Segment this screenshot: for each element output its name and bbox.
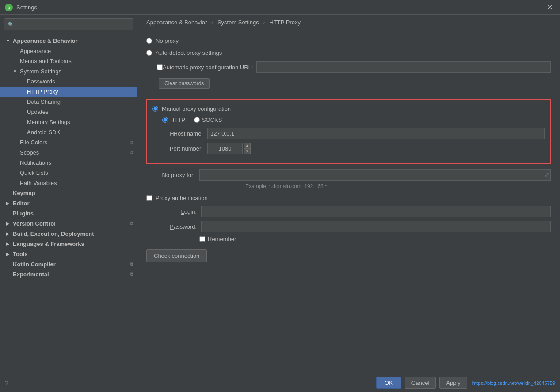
sidebar-item-label: Passwords xyxy=(27,78,55,85)
sidebar-item-label: Editor xyxy=(13,200,30,207)
expand-arrow: ▶ xyxy=(6,241,11,246)
sidebar-item-plugins[interactable]: Plugins xyxy=(0,208,137,219)
host-name-label: HHost name: xyxy=(154,130,203,137)
sidebar-item-languages-frameworks[interactable]: ▶ Languages & Frameworks xyxy=(0,239,137,249)
settings-window: ⚙ Settings ✕ 🔍 ▼ Appearance & Behavior A… xyxy=(0,0,560,392)
manual-proxy-header: Manual proxy configuration xyxy=(152,106,545,112)
auto-config-url-label[interactable]: Automatic proxy configuration URL: xyxy=(163,64,253,71)
sidebar-item-passwords[interactable]: Passwords xyxy=(0,76,137,87)
port-number-input[interactable] xyxy=(207,143,243,154)
footer-wrap: ? OK Cancel Apply https://blog.csdn.net/… xyxy=(5,377,555,389)
password-input[interactable] xyxy=(201,221,551,232)
breadcrumb-sep2: › xyxy=(263,19,265,26)
password-label: Password: xyxy=(148,223,197,230)
sidebar-item-android-sdk[interactable]: Android SDK xyxy=(0,127,137,137)
auto-detect-label[interactable]: Auto-detect proxy settings xyxy=(156,49,222,56)
sidebar-item-tools[interactable]: ▶ Tools xyxy=(0,249,137,259)
http-label[interactable]: HTTP xyxy=(170,117,185,123)
check-connection-button[interactable]: Check connection xyxy=(146,249,207,262)
sidebar-item-path-variables[interactable]: Path Variables xyxy=(0,178,137,188)
svg-text:⚙: ⚙ xyxy=(7,6,11,10)
sidebar-item-memory-settings[interactable]: Memory Settings xyxy=(0,117,137,127)
proxy-auth-checkbox[interactable] xyxy=(146,195,152,201)
sidebar-item-version-control[interactable]: ▶ Version Control ⧉ xyxy=(0,219,137,229)
sidebar-item-kotlin-compiler[interactable]: Kotlin Compiler ⧉ xyxy=(0,259,137,269)
window-title: Settings xyxy=(16,4,544,11)
sidebar-item-label: Android SDK xyxy=(27,129,60,136)
sidebar-item-notifications[interactable]: Notifications xyxy=(0,158,137,168)
password-row: Password: xyxy=(146,221,551,232)
expand-arrow: ▶ xyxy=(6,231,11,236)
no-proxy-radio[interactable] xyxy=(146,38,152,44)
login-input[interactable] xyxy=(201,206,551,217)
sidebar-item-label: Memory Settings xyxy=(27,119,70,125)
sidebar-item-data-sharing[interactable]: Data Sharing xyxy=(0,97,137,107)
help-button[interactable]: ? xyxy=(5,380,8,387)
close-button[interactable]: ✕ xyxy=(544,2,555,12)
proxy-auth-label[interactable]: Proxy authentication xyxy=(156,195,208,201)
auto-config-url-row: Automatic proxy configuration URL: xyxy=(146,61,551,73)
no-proxy-label[interactable]: No proxy xyxy=(156,38,179,44)
sidebar-item-label: System Settings xyxy=(20,68,61,75)
search-box[interactable]: 🔍 xyxy=(4,18,133,30)
manual-proxy-radio[interactable] xyxy=(152,106,158,112)
remember-checkbox[interactable] xyxy=(199,236,205,242)
sidebar-item-menus-toolbars[interactable]: Menus and Toolbars xyxy=(0,56,137,66)
manual-proxy-box: Manual proxy configuration HTTP SOCKS xyxy=(146,99,551,164)
expand-icon[interactable]: ⤢ xyxy=(545,172,549,178)
port-down-button[interactable]: ▼ xyxy=(244,148,251,154)
sidebar: 🔍 ▼ Appearance & Behavior Appearance Men… xyxy=(0,15,137,374)
sidebar-item-keymap[interactable]: Keymap xyxy=(0,188,137,198)
sidebar-item-build-execution[interactable]: ▶ Build, Execution, Deployment xyxy=(0,229,137,239)
auto-config-url-input[interactable] xyxy=(256,61,551,73)
sidebar-item-label: Appearance xyxy=(20,48,51,54)
auto-config-checkbox[interactable] xyxy=(157,64,163,70)
sidebar-item-label: File Colors xyxy=(20,139,47,146)
http-radio[interactable] xyxy=(162,117,168,123)
copy-icon: ⧉ xyxy=(130,150,133,155)
port-underline: Port number: xyxy=(170,145,203,152)
sidebar-item-scopes[interactable]: Scopes ⧉ xyxy=(0,147,137,158)
no-proxy-for-input[interactable] xyxy=(199,169,551,181)
nav-tree: ▼ Appearance & Behavior Appearance Menus… xyxy=(0,34,137,374)
form-area: No proxy Auto-detect proxy settings Auto… xyxy=(137,30,560,374)
sidebar-item-label: Experimental xyxy=(13,271,49,278)
port-up-button[interactable]: ▲ xyxy=(244,143,251,148)
sidebar-item-label: Appearance & Behavior xyxy=(13,38,78,44)
copy-icon: ⧉ xyxy=(130,271,133,277)
sidebar-item-system-settings[interactable]: ▼ System Settings xyxy=(0,66,137,76)
auto-detect-radio[interactable] xyxy=(146,50,152,56)
main-content: Appearance & Behavior › System Settings … xyxy=(137,15,560,374)
search-icon: 🔍 xyxy=(8,22,14,27)
sidebar-item-http-proxy[interactable]: HTTP Proxy xyxy=(0,87,137,97)
sidebar-item-label: Updates xyxy=(27,109,48,115)
sidebar-item-editor[interactable]: ▶ Editor xyxy=(0,198,137,208)
sidebar-item-experimental[interactable]: Experimental ⧉ xyxy=(0,269,137,279)
port-number-label: Port number: xyxy=(154,145,203,152)
proxy-auth-section: Proxy authentication Login: Password: xyxy=(146,195,551,242)
footer-buttons: OK Cancel Apply https://blog.csdn.net/we… xyxy=(376,377,555,389)
remember-row: Remember xyxy=(146,236,551,242)
clear-passwords-button[interactable]: Clear passwords xyxy=(159,78,210,89)
apply-button[interactable]: Apply xyxy=(439,377,467,389)
socks-radio[interactable] xyxy=(194,117,200,123)
host-name-input[interactable] xyxy=(207,128,545,139)
sidebar-item-label: Keymap xyxy=(13,190,35,196)
expand-arrow: ▼ xyxy=(6,38,11,43)
no-proxy-for-row: No proxy for: ⤢ xyxy=(146,169,551,181)
ok-button[interactable]: OK xyxy=(376,377,401,389)
sidebar-item-label: Notifications xyxy=(20,159,51,166)
manual-proxy-label[interactable]: Manual proxy configuration xyxy=(162,106,231,112)
proxy-type-row: HTTP SOCKS xyxy=(152,117,545,123)
sidebar-item-file-colors[interactable]: File Colors ⧉ xyxy=(0,137,137,147)
sidebar-item-label: Version Control xyxy=(13,220,56,227)
remember-label[interactable]: Remember xyxy=(208,236,236,242)
sidebar-item-updates[interactable]: Updates xyxy=(0,107,137,117)
cancel-button[interactable]: Cancel xyxy=(405,377,436,389)
socks-label[interactable]: SOCKS xyxy=(202,117,222,123)
socks-radio-item: SOCKS xyxy=(194,117,222,123)
sidebar-item-appearance[interactable]: Appearance xyxy=(0,46,137,56)
port-number-row: Port number: ▲ ▼ xyxy=(152,143,545,154)
sidebar-item-appearance-behavior[interactable]: ▼ Appearance & Behavior xyxy=(0,36,137,46)
sidebar-item-quick-lists[interactable]: Quick Lists xyxy=(0,168,137,178)
